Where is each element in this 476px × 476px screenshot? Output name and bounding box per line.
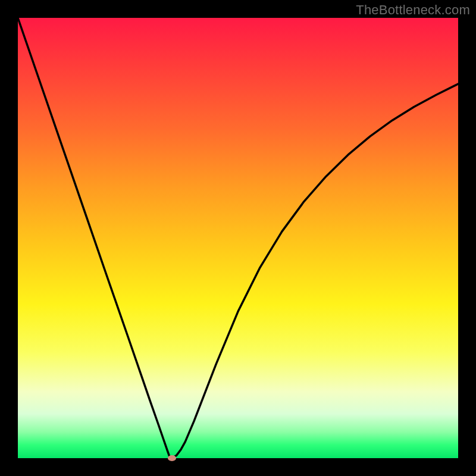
curve-layer: [18, 18, 458, 458]
plot-area: [18, 18, 458, 458]
chart-frame: TheBottleneck.com: [0, 0, 476, 476]
bottleneck-curve: [18, 18, 458, 458]
watermark-text: TheBottleneck.com: [356, 2, 470, 18]
optimum-marker: [168, 455, 176, 461]
